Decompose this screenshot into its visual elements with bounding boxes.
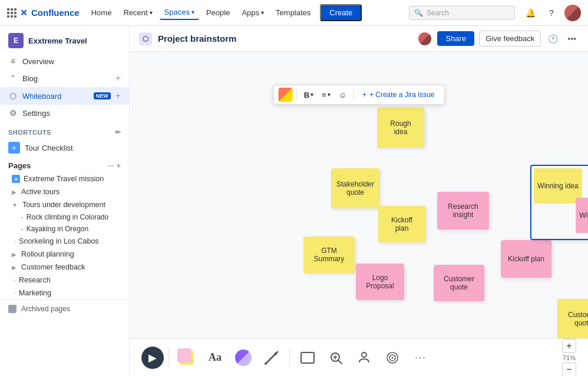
sidebar-item-settings[interactable]: ⚙ Settings xyxy=(0,105,129,121)
sticky-gtm-summary[interactable]: GTM Summary xyxy=(303,237,355,273)
toolbar-sep-1 xyxy=(169,349,169,367)
add-blog-icon[interactable]: + xyxy=(115,73,121,84)
nav-people[interactable]: People xyxy=(201,6,234,19)
sidebar-shortcut-tour-checklist[interactable]: ≡ Tour Checklist xyxy=(0,139,129,157)
sticky-customer-quote-1[interactable]: Customer quote xyxy=(434,265,484,301)
search-canvas-button[interactable] xyxy=(323,345,349,371)
notification-icon[interactable]: 🔔 xyxy=(522,5,539,21)
target-tool-button[interactable] xyxy=(379,345,405,371)
list-button[interactable]: ≡ ▾ xyxy=(318,89,334,101)
sidebar-item-overview[interactable]: ≡ Overview xyxy=(0,53,129,69)
nav-apps[interactable]: Apps ▾ xyxy=(237,6,269,19)
winning-idea-right: Winning idea xyxy=(576,198,588,233)
list-chevron-icon: ▾ xyxy=(328,92,331,98)
sidebar-item-whiteboard[interactable]: ⬡ Whiteboard NEW + xyxy=(0,87,129,105)
nav-search[interactable]: 🔍 Search xyxy=(409,6,515,20)
page-title: Project brainstorm xyxy=(158,34,411,44)
shortcuts-edit-icon[interactable]: ✏ xyxy=(115,128,121,137)
person-tool-button[interactable] xyxy=(351,345,377,371)
play-icon: ▶ xyxy=(148,351,157,364)
zoom-in-button[interactable]: + xyxy=(562,339,576,353)
page-item-kayaking[interactable]: • Kayaking in Oregon xyxy=(0,223,129,235)
tour-checklist-icon: ≡ xyxy=(8,142,20,154)
bullet-icon: • xyxy=(14,278,15,282)
shortcuts-section: SHORTCUTS ✏ xyxy=(0,121,129,139)
text-tool-button[interactable]: Aa xyxy=(202,345,228,371)
floating-toolbar: B ▾ ≡ ▾ ☺ + + Create a Jira issue xyxy=(273,85,445,105)
page-item-exxtreme-mission[interactable]: ■ Exxtreme Travel mission xyxy=(0,172,129,185)
sticky-customer-quote-2[interactable]: Customer quote xyxy=(557,299,588,338)
spaces-chevron-icon: ▾ xyxy=(191,9,194,15)
emoji-icon: ☺ xyxy=(339,91,346,99)
whiteboard-canvas[interactable]: B ▾ ≡ ▾ ☺ + + Create a Jira issue xyxy=(130,52,588,338)
sidebar-item-blog[interactable]: " Blog + xyxy=(0,69,129,87)
confluence-icon: ✕ xyxy=(20,8,28,18)
rect-tool-button[interactable] xyxy=(295,345,321,371)
page-item-active-tours[interactable]: ▶ Active tours xyxy=(0,185,129,198)
feedback-button[interactable]: Give feedback xyxy=(479,31,541,46)
page-item-marketing[interactable]: • Marketing xyxy=(0,287,129,300)
nav-templates[interactable]: Templates xyxy=(271,6,315,19)
archived-icon xyxy=(8,305,16,313)
zoom-level: 71% xyxy=(563,354,576,361)
sticky-kickoff-plan-1[interactable]: Kickoff plan xyxy=(378,206,425,242)
page-item-rollout-planning[interactable]: ▶ Rollout planning xyxy=(0,248,129,261)
pages-header-icons: ··· + xyxy=(108,161,121,170)
whiteboard-icon: ⬡ xyxy=(8,91,18,101)
expand-icon: ▶ xyxy=(12,251,16,258)
collapse-icon: ▼ xyxy=(12,202,18,208)
svg-point-9 xyxy=(362,352,366,357)
nav-spaces[interactable]: Spaces ▾ xyxy=(160,5,199,20)
nav-recent[interactable]: Recent ▾ xyxy=(118,6,157,19)
nav-icons: 🔔 ? xyxy=(522,5,581,21)
create-jira-button[interactable]: + + Create a Jira issue xyxy=(358,89,439,101)
expand-icon: ▶ xyxy=(12,264,16,271)
sticky-notes-button[interactable] xyxy=(174,345,200,371)
nav-home[interactable]: Home xyxy=(87,6,117,19)
add-whiteboard-icon[interactable]: + xyxy=(115,91,121,101)
more-options-icon[interactable]: ••• xyxy=(565,32,579,46)
line-tool-button[interactable] xyxy=(259,345,285,371)
app-name: Confluence xyxy=(31,8,80,18)
svg-rect-4 xyxy=(301,352,314,363)
sidebar-space-header[interactable]: E Exxtreme Travel xyxy=(0,26,129,53)
zoom-out-button[interactable]: − xyxy=(562,362,576,377)
winning-idea-left: Winning idea xyxy=(534,168,582,204)
bullet-icon: • xyxy=(14,239,15,243)
more-tools-button[interactable]: ··· xyxy=(408,345,434,371)
archived-pages[interactable]: Archived pages xyxy=(0,300,129,318)
page-item-snorkeling[interactable]: • Snorkeling in Los Cabos xyxy=(0,235,129,248)
sticky-logo-proposal[interactable]: Logo Proposal xyxy=(356,264,404,300)
space-icon: E xyxy=(8,33,24,48)
main-content: ⬡ Project brainstorm Share Give feedback… xyxy=(130,26,588,376)
svg-line-6 xyxy=(338,360,342,364)
page-item-tours-development[interactable]: ▼ Tours under development xyxy=(0,198,129,211)
pages-add-icon[interactable]: + xyxy=(116,161,121,170)
emoji-button[interactable]: ☺ xyxy=(335,89,350,101)
page-item-research[interactable]: • Research xyxy=(0,274,129,287)
toolbar-separator xyxy=(296,89,297,101)
sticky-research-insight[interactable]: Research insight xyxy=(437,192,489,229)
user-avatar[interactable] xyxy=(564,5,581,21)
history-icon[interactable]: 🕐 xyxy=(546,32,560,46)
color-picker-icon[interactable] xyxy=(279,88,293,102)
pages-more-icon[interactable]: ··· xyxy=(108,161,114,170)
shape-tool-button[interactable] xyxy=(230,345,256,371)
page-doc-icon: ■ xyxy=(12,175,20,183)
help-icon[interactable]: ? xyxy=(543,5,560,21)
person-icon xyxy=(357,351,371,365)
sticky-rough-idea[interactable]: Rough idea xyxy=(377,108,424,148)
bold-button[interactable]: B ▾ xyxy=(300,89,317,101)
overview-icon: ≡ xyxy=(8,56,18,66)
sticky-kickoff-plan-2[interactable]: Kickoff plan xyxy=(501,240,551,278)
bottom-toolbar: ▶ Aa xyxy=(130,338,588,376)
page-item-rock-climbing[interactable]: • Rock climbing in Colorado xyxy=(0,211,129,223)
sticky-stakeholder-quote[interactable]: Stakeholder quote xyxy=(331,168,379,208)
create-button[interactable]: Create xyxy=(320,4,362,21)
nav-logo[interactable]: ✕ Confluence xyxy=(7,8,80,18)
sticky-winning-idea-1[interactable]: Winning idea Winning idea xyxy=(530,165,588,240)
play-button[interactable]: ▶ xyxy=(141,347,164,369)
top-nav: ✕ Confluence Home Recent ▾ Spaces ▾ Peop… xyxy=(0,0,588,26)
page-item-customer-feedback[interactable]: ▶ Customer feedback xyxy=(0,261,129,274)
share-button[interactable]: Share xyxy=(437,31,474,46)
